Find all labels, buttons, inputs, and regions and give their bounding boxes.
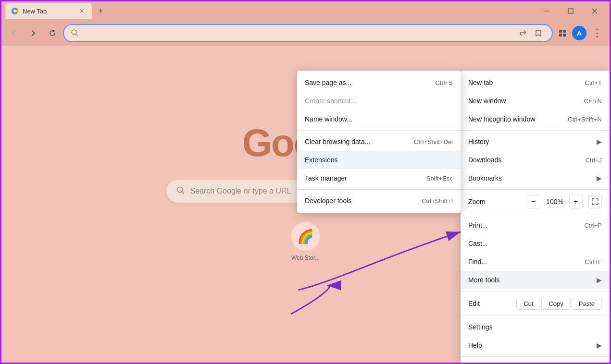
search-box-placeholder: Search Google or type a URL <box>190 187 291 195</box>
submenu-clear-browsing[interactable]: Clear browsing data... Ctrl+Shift+Del <box>297 133 461 151</box>
history-arrow-icon: ▶ <box>597 138 602 146</box>
svg-rect-9 <box>559 30 562 33</box>
webstore-label: Web Stor... <box>291 255 320 261</box>
cut-button[interactable]: Cut <box>516 298 540 310</box>
svg-point-2 <box>13 10 16 12</box>
menu-help[interactable]: Help ▶ <box>461 336 610 354</box>
menu-downloads[interactable]: Downloads Ctrl+J <box>461 151 610 169</box>
profile-button[interactable]: A <box>572 26 586 40</box>
menu-new-window[interactable]: New window Ctrl+N <box>461 92 610 110</box>
zoom-in-button[interactable]: + <box>569 195 583 208</box>
svg-rect-4 <box>568 9 573 13</box>
separator-6 <box>461 356 610 357</box>
help-arrow-icon: ▶ <box>597 341 602 349</box>
menu-new-incognito[interactable]: New Incognito window Ctrl+Shift+N <box>461 110 610 128</box>
webstore-icon: 🌈 <box>291 222 320 251</box>
active-tab[interactable]: New Tab ✕ <box>5 3 92 19</box>
copy-button[interactable]: Copy <box>541 298 570 310</box>
chrome-menu-button[interactable]: ⋮ <box>588 24 606 42</box>
back-button[interactable] <box>5 24 23 42</box>
svg-line-8 <box>76 34 78 36</box>
zoom-out-button[interactable]: − <box>527 195 540 208</box>
shortcuts-row: 🌈 Web Stor... <box>291 222 320 261</box>
more-tools-arrow-icon: ▶ <box>597 276 602 284</box>
menu-find[interactable]: Find... Ctrl+F <box>461 253 610 271</box>
submenu-sep-1 <box>297 130 461 131</box>
url-input[interactable] <box>82 29 512 37</box>
menu-new-tab[interactable]: New tab Ctrl+T <box>461 73 610 92</box>
svg-rect-10 <box>563 30 566 33</box>
search-icon <box>71 29 78 38</box>
submenu-developer-tools[interactable]: Developer tools Ctrl+Shift+I <box>297 192 461 210</box>
separator-2 <box>461 189 610 190</box>
zoom-value: 100% <box>542 198 567 206</box>
separator-5 <box>461 315 610 316</box>
address-right-icons <box>516 26 545 40</box>
bookmark-icon[interactable] <box>532 26 545 40</box>
menu-more-tools[interactable]: More tools ▶ <box>461 271 610 289</box>
svg-point-13 <box>177 187 182 193</box>
window-controls <box>536 3 606 19</box>
menu-print[interactable]: Print... Ctrl+P <box>461 216 610 234</box>
address-bar[interactable] <box>63 24 553 42</box>
new-tab-button[interactable]: + <box>94 4 107 18</box>
tab-title: New Tab <box>23 8 74 15</box>
menu-settings[interactable]: Settings <box>461 318 610 336</box>
separator-1 <box>461 130 610 131</box>
forward-button[interactable] <box>25 24 42 42</box>
maximize-button[interactable] <box>560 3 582 19</box>
main-content: Google Search Google or type a URL 🌈 Web… <box>1 46 610 364</box>
more-tools-menu: Save page as... Ctrl+S Create shortcut..… <box>297 71 461 213</box>
minimize-button[interactable] <box>536 3 558 19</box>
menu-bookmarks[interactable]: Bookmarks ▶ <box>461 169 610 187</box>
share-icon[interactable] <box>516 26 530 40</box>
title-bar: New Tab ✕ + <box>1 1 610 21</box>
svg-rect-3 <box>544 11 549 12</box>
zoom-control: Zoom − 100% + <box>461 192 610 212</box>
submenu-create-shortcut: Create shortcut... <box>297 92 461 110</box>
separator-3 <box>461 214 610 214</box>
submenu-task-manager[interactable]: Task manager Shift+Esc <box>297 169 461 187</box>
submenu-sep-2 <box>297 189 461 190</box>
search-box-icon <box>176 186 185 196</box>
nav-bar: A ⋮ <box>1 21 610 46</box>
menu-history[interactable]: History ▶ <box>461 133 610 151</box>
fullscreen-button[interactable] <box>588 195 602 208</box>
svg-rect-11 <box>559 34 562 36</box>
reload-button[interactable] <box>44 24 61 42</box>
extensions-icon[interactable] <box>556 26 569 40</box>
menu-cast[interactable]: Cast... <box>461 234 610 253</box>
tab-close-button[interactable]: ✕ <box>77 7 86 15</box>
tab-favicon <box>11 7 19 15</box>
separator-4 <box>461 291 610 291</box>
chrome-menu: New tab Ctrl+T New window Ctrl+N New Inc… <box>461 71 610 364</box>
submenu-save-page[interactable]: Save page as... Ctrl+S <box>297 73 461 92</box>
bookmarks-arrow-icon: ▶ <box>597 174 602 182</box>
submenu-name-window[interactable]: Name window... <box>297 110 461 128</box>
edit-row: Edit Cut Copy Paste <box>461 293 610 314</box>
webstore-shortcut[interactable]: 🌈 Web Stor... <box>291 222 320 261</box>
svg-rect-12 <box>563 34 566 36</box>
tab-group: New Tab ✕ + <box>5 3 532 19</box>
close-button[interactable] <box>584 3 606 19</box>
menu-exit[interactable]: Exit <box>461 359 610 364</box>
svg-line-14 <box>182 192 184 194</box>
paste-button[interactable]: Paste <box>572 298 602 310</box>
submenu-extensions[interactable]: Extensions <box>297 151 461 169</box>
